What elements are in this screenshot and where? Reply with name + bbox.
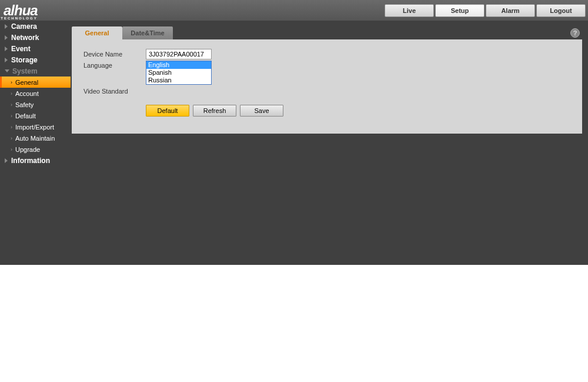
sidebar-item-auto-maintain[interactable]: › Auto Maintain (0, 132, 71, 144)
settings-panel: Device Name Language English Spanish Rus… (72, 39, 582, 134)
sidebar-sublabel: Import/Export (15, 124, 54, 131)
brand-logo: alhua TECHNOLOGY (4, 2, 38, 19)
chevron-right-icon: › (11, 102, 12, 108)
chevron-right-icon: › (11, 135, 12, 141)
help-icon[interactable]: ? (570, 28, 580, 38)
top-nav: Live Setup Alarm Logout (385, 4, 588, 17)
nav-logout[interactable]: Logout (536, 4, 586, 17)
sidebar-sublabel: General (15, 79, 38, 86)
sidebar-item-account[interactable]: › Account (0, 88, 71, 99)
sidebar-sublabel: Default (15, 112, 36, 119)
sidebar-label-system: System (12, 67, 38, 75)
brand-subtitle: TECHNOLOGY (1, 16, 37, 20)
sidebar-item-upgrade[interactable]: › Upgrade (0, 144, 71, 155)
sidebar-sublabel: Safety (15, 101, 34, 108)
sidebar-sublabel: Auto Maintain (15, 135, 55, 142)
chevron-right-icon (5, 24, 8, 29)
chevron-right-icon (5, 46, 8, 51)
sidebar-label-network: Network (11, 34, 39, 42)
chevron-right-icon (5, 58, 8, 62)
language-label: Language (83, 61, 146, 69)
sidebar-item-storage[interactable]: Storage (0, 54, 71, 65)
sidebar-item-system[interactable]: System (0, 65, 71, 77)
language-option-english[interactable]: English (146, 61, 211, 69)
sidebar-item-safety[interactable]: › Safety (0, 99, 71, 110)
sidebar-label-camera: Camera (11, 22, 37, 31)
tab-bar: General Date&Time ? (72, 26, 582, 39)
default-button[interactable]: Default (146, 105, 189, 117)
chevron-right-icon (5, 35, 8, 40)
device-name-label: Device Name (83, 51, 146, 58)
language-option-spanish[interactable]: Spanish (146, 69, 211, 77)
language-option-russian[interactable]: Russian (146, 77, 211, 84)
sidebar: Camera Network Event Storage System › Ge… (0, 21, 71, 265)
sidebar-item-import-export[interactable]: › Import/Export (0, 121, 71, 132)
brand-name: alhua (4, 2, 38, 18)
content-area: General Date&Time ? Device Name Language… (71, 21, 588, 265)
save-button[interactable]: Save (240, 105, 283, 117)
video-standard-label: Video Standard (83, 88, 146, 95)
chevron-right-icon: › (11, 113, 12, 119)
language-listbox[interactable]: English Spanish Russian (146, 61, 212, 85)
header-bar: alhua TECHNOLOGY Live Setup Alarm Logout (0, 0, 588, 21)
sidebar-sublabel: Account (15, 90, 39, 97)
sidebar-label-event: Event (11, 45, 31, 53)
device-name-input[interactable] (146, 49, 212, 59)
tab-datetime[interactable]: Date&Time (122, 26, 173, 39)
chevron-right-icon: › (11, 147, 12, 152)
sidebar-item-network[interactable]: Network (0, 32, 71, 43)
sidebar-sublabel: Upgrade (15, 146, 40, 153)
refresh-button[interactable]: Refresh (193, 105, 236, 117)
sidebar-item-event[interactable]: Event (0, 43, 71, 54)
chevron-down-icon (5, 69, 9, 72)
chevron-right-icon (5, 158, 8, 163)
sidebar-label-information: Information (11, 157, 50, 165)
nav-alarm[interactable]: Alarm (486, 4, 535, 17)
sidebar-item-information[interactable]: Information (0, 155, 71, 166)
chevron-right-icon: › (11, 79, 12, 85)
sidebar-item-camera[interactable]: Camera (0, 21, 71, 32)
nav-setup[interactable]: Setup (435, 4, 485, 17)
sidebar-item-general[interactable]: › General (0, 77, 71, 88)
sidebar-label-storage: Storage (11, 56, 38, 64)
sidebar-item-default[interactable]: › Default (0, 110, 71, 121)
tab-general[interactable]: General (72, 26, 122, 39)
nav-live[interactable]: Live (385, 4, 434, 17)
chevron-right-icon: › (11, 91, 12, 97)
chevron-right-icon: › (11, 124, 12, 130)
